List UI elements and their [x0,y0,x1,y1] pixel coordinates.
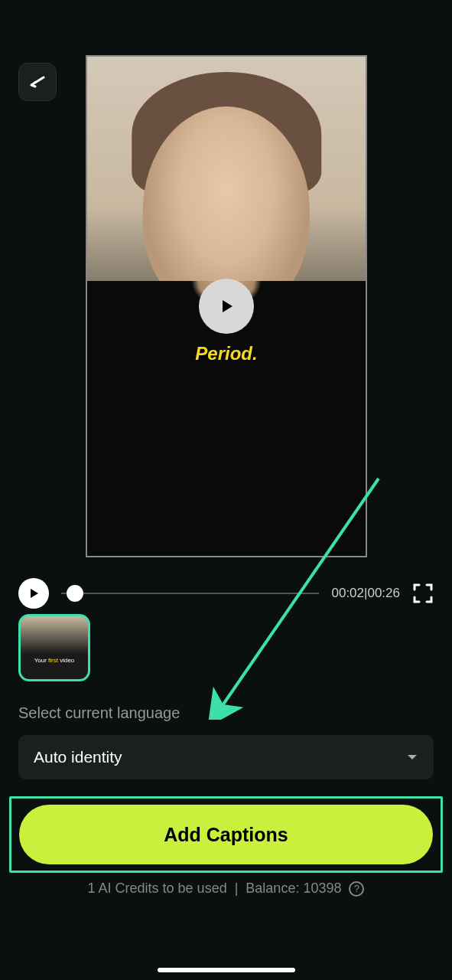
video-preview[interactable]: Period. [86,55,367,557]
seek-thumb[interactable] [67,585,83,602]
fullscreen-icon [412,583,434,604]
play-button[interactable] [18,578,49,609]
help-button[interactable]: ? [349,881,364,897]
add-captions-highlight: Add Captions [9,796,443,873]
seek-bar[interactable] [61,593,319,594]
credits-info: 1 AI Credits to be used | Balance: 10398… [0,880,452,897]
language-selected: Auto identity [34,748,122,766]
play-icon [217,297,236,315]
video-caption: Period. [195,343,257,364]
thumbnail-caption: Your first video [21,657,88,664]
back-button[interactable] [18,63,57,101]
time-display: 00:02|00:26 [331,586,400,601]
video-thumbnail[interactable]: Your first video [18,614,90,681]
language-dropdown[interactable]: Auto identity [18,735,434,779]
play-overlay-button[interactable] [199,279,254,334]
credits-usage: 1 AI Credits to be used [88,880,227,897]
credits-separator: | [235,880,239,897]
fullscreen-button[interactable] [412,583,434,604]
thumbnail-strip: Your first video [18,614,90,681]
home-indicator[interactable] [158,968,295,972]
current-time: 00:02 [331,586,364,600]
back-arrow-icon [28,74,47,90]
help-icon: ? [354,883,359,894]
chevron-down-icon [406,753,418,761]
play-icon [28,587,40,599]
credits-balance: Balance: 10398 [246,880,341,897]
video-controls: 00:02|00:26 [18,578,434,609]
total-time: 00:26 [367,586,400,600]
add-captions-button[interactable]: Add Captions [19,805,433,864]
add-captions-label: Add Captions [164,824,288,846]
language-label: Select current language [18,704,180,722]
